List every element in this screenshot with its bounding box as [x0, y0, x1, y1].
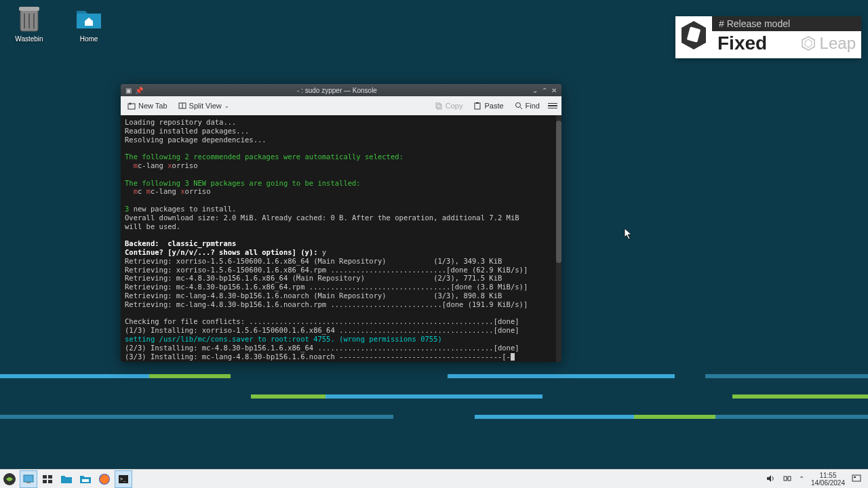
new-tab-icon — [127, 102, 136, 110]
svg-rect-17 — [476, 102, 479, 104]
window-title: - : sudo zypper — Konsole — [144, 87, 530, 94]
folder-icon — [75, 5, 102, 33]
mouse-cursor — [624, 228, 633, 242]
svg-rect-15 — [437, 104, 441, 109]
minimize-button[interactable]: ⌄ — [530, 85, 540, 95]
svg-rect-31 — [784, 476, 787, 481]
close-button[interactable]: ✕ — [549, 85, 559, 95]
home-label: Home — [80, 35, 98, 43]
desktop-icons: Wastebin Home — [12, 5, 106, 43]
svg-rect-34 — [852, 475, 861, 481]
new-tab-button[interactable]: New Tab — [125, 100, 170, 111]
taskbar-dolphin[interactable] — [77, 470, 94, 488]
svg-rect-14 — [436, 103, 440, 108]
release-badge: # Release model Fixed Leap — [675, 16, 861, 58]
maximize-button[interactable]: ⌃ — [540, 85, 549, 95]
svg-rect-21 — [24, 475, 33, 482]
svg-rect-24 — [48, 475, 52, 479]
taskbar-desktop[interactable] — [20, 470, 37, 488]
home-icon[interactable]: Home — [72, 5, 106, 43]
network-icon[interactable] — [783, 474, 792, 484]
find-button[interactable]: Find — [512, 100, 542, 111]
svg-rect-22 — [26, 482, 31, 483]
svg-rect-35 — [854, 476, 856, 478]
taskbar-activities[interactable] — [39, 470, 56, 488]
hex-icon — [675, 16, 712, 57]
svg-rect-25 — [43, 480, 47, 483]
deco-bars — [0, 374, 868, 435]
copy-button[interactable]: Copy — [432, 100, 466, 111]
konsole-window: ▣ 📌 - : sudo zypper — Konsole ⌄ ⌃ ✕ New … — [121, 84, 561, 362]
taskbar-firefox[interactable] — [96, 470, 113, 488]
svg-text:>_: >_ — [120, 476, 126, 482]
svg-rect-23 — [43, 475, 47, 479]
release-brand: Leap — [801, 34, 856, 53]
svg-rect-1 — [19, 7, 39, 11]
svg-rect-27 — [82, 479, 89, 482]
wastebin-label: Wastebin — [15, 35, 43, 43]
split-view-icon — [178, 102, 186, 110]
svg-rect-32 — [788, 476, 791, 481]
taskbar: >_ ⌃ 11:55 14/06/2024 — [0, 469, 868, 488]
trash-icon — [16, 5, 43, 33]
scrollbar[interactable] — [556, 115, 561, 362]
release-header: # Release model — [712, 16, 861, 31]
copy-icon — [435, 102, 443, 110]
svg-rect-26 — [48, 480, 52, 483]
search-icon — [515, 102, 523, 110]
pin-icon[interactable]: 📌 — [134, 85, 144, 95]
svg-rect-9 — [128, 104, 135, 109]
svg-rect-16 — [475, 103, 480, 109]
scrollbar-thumb[interactable] — [556, 121, 561, 263]
taskbar-files[interactable] — [58, 470, 75, 488]
split-view-button[interactable]: Split View ⌄ — [176, 100, 232, 111]
expand-tray-icon[interactable]: ⌃ — [799, 475, 804, 483]
app-menu-icon[interactable]: ▣ — [123, 85, 133, 95]
paste-button[interactable]: Paste — [471, 100, 506, 111]
taskbar-konsole[interactable]: >_ — [115, 470, 132, 488]
show-desktop-icon[interactable] — [852, 474, 861, 484]
release-main: Fixed — [717, 33, 801, 54]
terminal-output[interactable]: Loading repository data...Reading instal… — [121, 115, 561, 362]
svg-marker-7 — [802, 37, 814, 50]
toolbar: New Tab Split View ⌄ Copy Paste Find — [121, 96, 561, 115]
paste-icon — [473, 102, 481, 110]
svg-point-18 — [515, 103, 520, 108]
systray: ⌃ 11:55 14/06/2024 — [766, 472, 868, 487]
chevron-down-icon: ⌄ — [224, 103, 229, 109]
start-menu-button[interactable] — [1, 470, 18, 488]
titlebar[interactable]: ▣ 📌 - : sudo zypper — Konsole ⌄ ⌃ ✕ — [121, 84, 561, 96]
svg-line-19 — [520, 107, 522, 109]
wastebin-icon[interactable]: Wastebin — [12, 5, 46, 43]
svg-marker-8 — [805, 39, 812, 47]
clock[interactable]: 11:55 14/06/2024 — [811, 472, 845, 487]
volume-icon[interactable] — [766, 474, 776, 484]
hamburger-menu[interactable] — [548, 103, 557, 109]
